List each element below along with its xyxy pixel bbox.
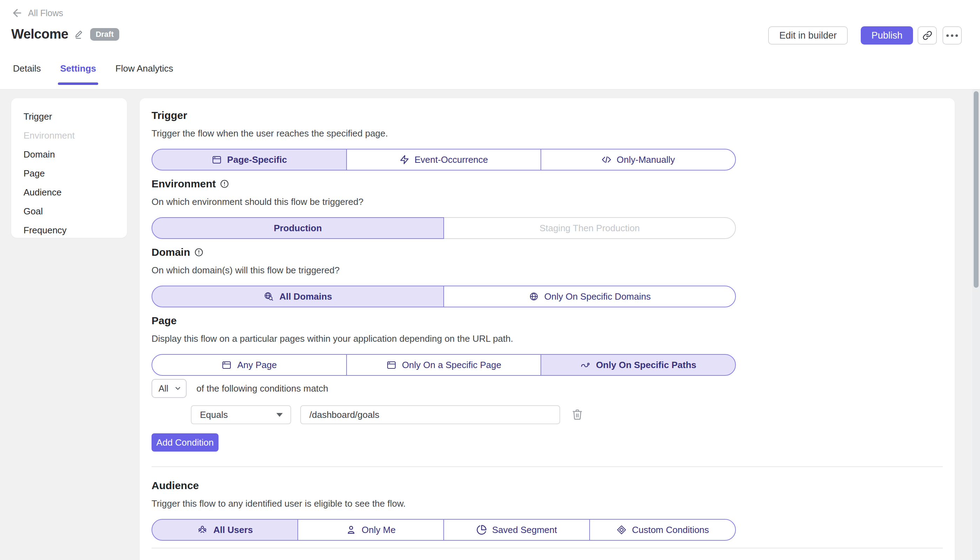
sidebar-item-frequency[interactable]: Frequency (11, 221, 127, 240)
copy-link-button[interactable] (918, 26, 937, 45)
add-condition-button[interactable]: Add Condition (151, 433, 218, 452)
link-icon (922, 30, 932, 40)
tab-bar: Details Settings Flow Analytics (13, 62, 173, 89)
edit-in-builder-button[interactable]: Edit in builder (768, 26, 848, 45)
audience-segmented-control: All Users Only Me Saved Segment (151, 519, 736, 541)
segment-label: All Users (213, 525, 253, 535)
section-domain: Domain On which domain(s) will this flow… (151, 246, 736, 307)
segment-label: Staging Then Production (539, 223, 640, 234)
section-domain-heading: Domain (151, 246, 190, 259)
sidebar-item-audience[interactable]: Audience (11, 183, 127, 202)
user-icon (346, 525, 356, 535)
breadcrumb[interactable]: All Flows (11, 7, 63, 19)
segment-label: All Domains (279, 291, 332, 302)
environment-option-production[interactable]: Production (151, 217, 444, 239)
sidebar-item-goal[interactable]: Goal (11, 202, 127, 221)
tab-flow-analytics[interactable]: Flow Analytics (115, 62, 173, 89)
sidebar-item-trigger[interactable]: Trigger (11, 107, 127, 126)
section-divider (151, 466, 943, 467)
quantifier-value: All (158, 383, 168, 394)
more-options-button[interactable] (942, 26, 962, 45)
section-page: Page Display this flow on a particular p… (151, 314, 736, 376)
environment-option-staging-then-production: Staging Then Production (443, 217, 736, 239)
pie-chart-icon (476, 525, 487, 535)
condition-operator-select[interactable]: Equals (191, 405, 291, 424)
sidebar-item-domain[interactable]: Domain (11, 145, 127, 164)
section-domain-description: On which domain(s) will this flow be tri… (151, 265, 736, 276)
trash-icon[interactable] (571, 408, 584, 421)
sidebar-item-environment: Environment (11, 126, 127, 145)
segment-label: Page-Specific (227, 154, 287, 165)
scrollbar-thumb[interactable] (974, 91, 978, 288)
breadcrumb-label: All Flows (28, 8, 63, 18)
environment-segmented-control: Production Staging Then Production (151, 217, 736, 239)
section-audience-heading: Audience (151, 479, 199, 492)
segment-label: Custom Conditions (632, 525, 709, 535)
users-icon (197, 524, 208, 535)
page-option-only-specific-paths[interactable]: Only On Specific Paths (541, 354, 736, 376)
info-icon[interactable] (194, 248, 203, 257)
globe-search-icon (263, 291, 274, 302)
audience-option-only-me[interactable]: Only Me (298, 519, 444, 541)
section-page-heading: Page (151, 314, 177, 327)
info-icon[interactable] (220, 179, 229, 188)
header: All Flows Welcome Draft Edit in builder … (0, 0, 980, 89)
browser-icon (211, 154, 222, 165)
condition-value-input[interactable] (300, 405, 560, 424)
page-option-any-page[interactable]: Any Page (151, 354, 347, 376)
condition-row: Equals (151, 405, 943, 424)
domain-option-all-domains[interactable]: All Domains (151, 286, 444, 307)
trigger-option-event-occurrence[interactable]: Event-Occurrence (346, 149, 542, 170)
browser-icon (221, 360, 232, 370)
operator-value: Equals (200, 410, 228, 420)
content-area: Trigger Environment Domain Page Audience… (0, 89, 980, 560)
publish-button[interactable]: Publish (861, 26, 913, 45)
scrollbar-track[interactable] (972, 89, 980, 560)
trigger-option-page-specific[interactable]: Page-Specific (151, 149, 347, 170)
ellipsis-icon (946, 34, 958, 37)
section-environment: Environment On which environment should … (151, 177, 736, 239)
segment-label: Only On Specific Domains (544, 291, 651, 302)
segment-label: Only Me (362, 525, 396, 535)
audience-option-all-users[interactable]: All Users (151, 519, 298, 541)
flow-settings-page: All Flows Welcome Draft Edit in builder … (0, 0, 980, 560)
segment-label: Any Page (237, 360, 277, 370)
segment-label: Saved Segment (492, 525, 557, 535)
section-trigger-description: Trigger the flow when the user reaches t… (151, 128, 736, 139)
section-environment-heading: Environment (151, 177, 216, 190)
segment-label: Event-Occurrence (414, 154, 488, 165)
conditions-match-text: of the following conditions match (196, 377, 328, 400)
page-title: Welcome (11, 27, 68, 42)
route-icon (580, 360, 591, 370)
lightning-icon (399, 155, 409, 165)
section-trigger: Trigger Trigger the flow when the user r… (151, 109, 736, 170)
segment-label: Only On Specific Paths (596, 360, 696, 370)
settings-panel: Trigger Trigger the flow when the user r… (140, 98, 955, 560)
section-audience-description: Trigger this flow to any identified user… (151, 498, 736, 509)
triangle-down-icon (276, 413, 283, 417)
segment-label: Production (274, 223, 322, 234)
tab-details[interactable]: Details (13, 62, 41, 89)
status-badge: Draft (90, 28, 119, 41)
chevron-down-icon (174, 385, 182, 392)
tab-settings[interactable]: Settings (60, 62, 96, 89)
section-page-description: Display this flow on a particular pages … (151, 333, 736, 344)
section-environment-description: On which environment should this flow be… (151, 196, 736, 207)
browser-icon (386, 360, 397, 370)
section-divider (151, 548, 943, 548)
quantifier-select[interactable]: All (151, 379, 186, 398)
header-actions: Edit in builder Publish (768, 26, 962, 45)
audience-option-custom-conditions[interactable]: Custom Conditions (589, 519, 736, 541)
segment-label: Only On a Specific Page (402, 360, 501, 370)
diamond-icon (616, 525, 627, 535)
audience-option-saved-segment[interactable]: Saved Segment (443, 519, 590, 541)
page-option-only-specific-page[interactable]: Only On a Specific Page (346, 354, 542, 376)
sidebar-item-page[interactable]: Page (11, 164, 127, 183)
domain-option-only-specific-domains[interactable]: Only On Specific Domains (443, 286, 736, 307)
segment-label: Only-Manually (617, 154, 675, 165)
section-trigger-heading: Trigger (151, 109, 187, 122)
edit-title-pencil-icon[interactable] (74, 29, 85, 40)
domain-segmented-control: All Domains Only On Specific Domains (151, 286, 736, 307)
page-segmented-control: Any Page Only On a Specific Page Only On… (151, 354, 736, 376)
trigger-option-only-manually[interactable]: Only-Manually (541, 149, 736, 170)
